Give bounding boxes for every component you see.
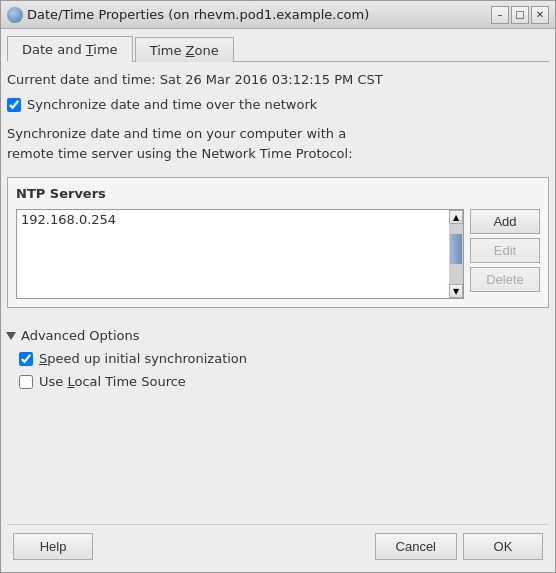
sync-description: Synchronize date and time on your comput… xyxy=(7,124,549,163)
minimize-button[interactable]: – xyxy=(491,6,509,24)
current-date-row: Current date and time: Sat 26 Mar 2016 0… xyxy=(7,70,549,89)
edit-button[interactable]: Edit xyxy=(470,238,540,263)
tab-time-zone-label: Time Zone xyxy=(150,43,219,58)
close-button[interactable]: ✕ xyxy=(531,6,549,24)
titlebar-buttons: – □ ✕ xyxy=(491,6,549,24)
date-time-panel: Current date and time: Sat 26 Mar 2016 0… xyxy=(7,70,549,524)
current-date-value: Sat 26 Mar 2016 03:12:15 PM CST xyxy=(160,72,383,87)
main-window: Date/Time Properties (on rhevm.pod1.exam… xyxy=(0,0,556,573)
sync-checkbox-label[interactable]: Synchronize date and time over the netwo… xyxy=(27,97,317,112)
ntp-listbox-inner: 192.168.0.254 xyxy=(17,210,449,298)
tab-date-time-label: Date and Time xyxy=(22,42,118,57)
titlebar-left: Date/Time Properties (on rhevm.pod1.exam… xyxy=(7,7,369,23)
advanced-header-label: Advanced Options xyxy=(21,328,140,343)
cancel-button[interactable]: Cancel xyxy=(375,533,457,560)
ntp-group-title: NTP Servers xyxy=(16,186,540,201)
speed-up-checkbox[interactable] xyxy=(19,352,33,366)
scroll-up-arrow[interactable]: ▲ xyxy=(449,210,463,224)
sync-checkbox-row: Synchronize date and time over the netwo… xyxy=(7,97,549,112)
tab-time-zone[interactable]: Time Zone xyxy=(135,37,234,62)
list-item[interactable]: 192.168.0.254 xyxy=(17,210,449,229)
maximize-button[interactable]: □ xyxy=(511,6,529,24)
tab-bar: Date and Time Time Zone xyxy=(7,35,549,62)
window-title: Date/Time Properties (on rhevm.pod1.exam… xyxy=(27,7,369,22)
advanced-section: Advanced Options Speed up initial synchr… xyxy=(7,326,549,389)
scroll-thumb[interactable] xyxy=(450,234,462,264)
footer: Help Cancel OK xyxy=(7,524,549,566)
scroll-track[interactable] xyxy=(449,224,463,284)
ntp-buttons: Add Edit Delete xyxy=(470,209,540,292)
local-time-label[interactable]: Use Local Time Source xyxy=(39,374,186,389)
ok-button[interactable]: OK xyxy=(463,533,543,560)
collapse-icon xyxy=(6,332,16,340)
help-button[interactable]: Help xyxy=(13,533,93,560)
speed-up-label[interactable]: Speed up initial synchronization xyxy=(39,351,247,366)
sync-checkbox[interactable] xyxy=(7,98,21,112)
ntp-list-wrapper: 192.168.0.254 ▲ ▼ xyxy=(16,209,464,299)
tab-date-time[interactable]: Date and Time xyxy=(7,36,133,62)
local-time-row: Use Local Time Source xyxy=(19,374,549,389)
add-button[interactable]: Add xyxy=(470,209,540,234)
scroll-down-arrow[interactable]: ▼ xyxy=(449,284,463,298)
app-icon xyxy=(7,7,23,23)
local-time-checkbox[interactable] xyxy=(19,375,33,389)
ntp-group: NTP Servers 192.168.0.254 ▲ xyxy=(7,177,549,308)
titlebar: Date/Time Properties (on rhevm.pod1.exam… xyxy=(1,1,555,29)
content-area: Date and Time Time Zone Current date and… xyxy=(1,29,555,572)
advanced-options: Speed up initial synchronization Use Loc… xyxy=(19,351,549,389)
speed-up-row: Speed up initial synchronization xyxy=(19,351,549,366)
advanced-header[interactable]: Advanced Options xyxy=(7,326,549,345)
ntp-servers-row: 192.168.0.254 ▲ ▼ Add xyxy=(16,209,540,299)
current-date-label: Current date and time: xyxy=(7,72,156,87)
footer-right: Cancel OK xyxy=(375,533,543,560)
ntp-listbox[interactable]: 192.168.0.254 ▲ ▼ xyxy=(16,209,464,299)
ntp-scrollbar: ▲ ▼ xyxy=(449,210,463,298)
delete-button[interactable]: Delete xyxy=(470,267,540,292)
